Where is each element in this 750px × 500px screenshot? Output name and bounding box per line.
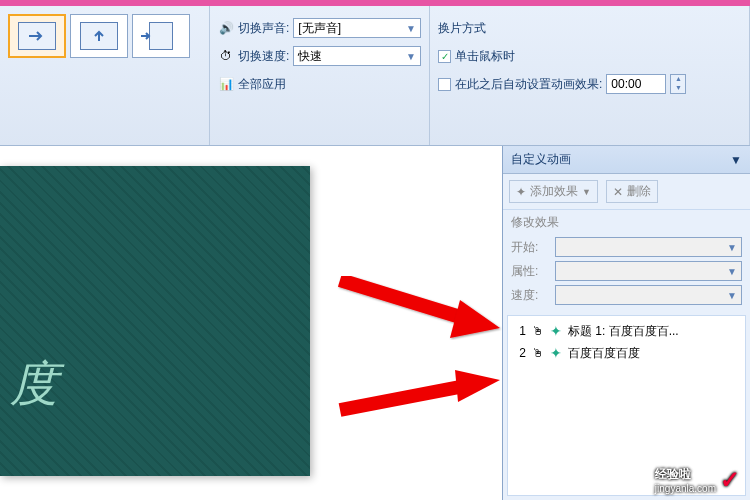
dropdown-arrow-icon: ▼ — [406, 51, 416, 62]
custom-animation-pane: 自定义动画 ▼ ✦ 添加效果 ▼ ✕ 删除 修改效果 开始: ▼ 属性: ▼ — [502, 146, 750, 500]
apply-all-button[interactable]: 全部应用 — [238, 76, 286, 93]
taskpane-menu-icon[interactable]: ▼ — [730, 153, 742, 167]
ribbon: 🔊 切换声音: [无声音] ▼ ⏱ 切换速度: 快速 ▼ 📊 全部应用 换片方式… — [0, 6, 750, 146]
transition-thumb-1[interactable] — [8, 14, 66, 58]
slide[interactable]: 度 — [0, 166, 310, 476]
sound-icon: 🔊 — [218, 20, 234, 36]
speed-icon: ⏱ — [218, 48, 234, 64]
add-effect-icon: ✦ — [516, 185, 526, 199]
watermark: 经验啦 jingyanla.com ✓ — [655, 466, 740, 494]
arrow-right-small-icon — [139, 29, 153, 43]
advance-title: 换片方式 — [438, 20, 486, 37]
effect-star-icon: ✦ — [550, 323, 562, 339]
sound-combo[interactable]: [无声音] ▼ — [293, 18, 421, 38]
mouse-trigger-icon: 🖱 — [532, 346, 544, 360]
animation-item[interactable]: 2 🖱 ✦ 百度百度百度 — [512, 342, 741, 364]
modify-effect-section: 修改效果 开始: ▼ 属性: ▼ 速度: ▼ — [503, 210, 750, 311]
time-spinner[interactable]: ▲▼ — [670, 74, 686, 94]
mouse-trigger-icon: 🖱 — [532, 324, 544, 338]
animation-item[interactable]: 1 🖱 ✦ 标题 1: 百度百度百... — [512, 320, 741, 342]
on-click-label: 单击鼠标时 — [455, 48, 515, 65]
transition-options-group: 🔊 切换声音: [无声音] ▼ ⏱ 切换速度: 快速 ▼ 📊 全部应用 — [210, 6, 430, 145]
on-click-checkbox[interactable]: ✓ — [438, 50, 451, 63]
anim-speed-label: 速度: — [511, 287, 551, 304]
dropdown-arrow-icon: ▼ — [582, 187, 591, 197]
transition-gallery-group — [0, 6, 210, 145]
remove-button[interactable]: ✕ 删除 — [606, 180, 658, 203]
animation-item-text: 百度百度百度 — [568, 345, 640, 362]
slide-canvas-area: 度 — [0, 146, 502, 500]
taskpane-title: 自定义动画 — [511, 151, 571, 168]
taskpane-toolbar: ✦ 添加效果 ▼ ✕ 删除 — [503, 174, 750, 210]
auto-after-checkbox[interactable] — [438, 78, 451, 91]
work-area: 度 自定义动画 ▼ ✦ 添加效果 ▼ ✕ 删除 修改效果 开始: ▼ — [0, 146, 750, 500]
auto-time-input[interactable]: 00:00 — [606, 74, 666, 94]
animation-item-text: 标题 1: 百度百度百... — [568, 323, 679, 340]
taskpane-title-bar: 自定义动画 ▼ — [503, 146, 750, 174]
arrow-right-icon — [27, 29, 47, 43]
start-combo[interactable]: ▼ — [555, 237, 742, 257]
modify-label: 修改效果 — [511, 214, 742, 231]
arrow-up-icon — [92, 29, 106, 43]
apply-all-icon: 📊 — [218, 76, 234, 92]
speed-combo[interactable]: 快速 ▼ — [293, 46, 421, 66]
slide-text: 度 — [10, 352, 58, 416]
transition-thumb-3[interactable] — [132, 14, 190, 58]
dropdown-arrow-icon: ▼ — [406, 23, 416, 34]
remove-icon: ✕ — [613, 185, 623, 199]
watermark-check-icon: ✓ — [720, 466, 740, 494]
sound-value: [无声音] — [298, 20, 341, 37]
property-combo[interactable]: ▼ — [555, 261, 742, 281]
speed-value: 快速 — [298, 48, 322, 65]
effect-star-icon: ✦ — [550, 345, 562, 361]
anim-speed-combo[interactable]: ▼ — [555, 285, 742, 305]
speed-label: 切换速度: — [238, 48, 289, 65]
start-label: 开始: — [511, 239, 551, 256]
advance-slide-group: 换片方式 ✓ 单击鼠标时 在此之后自动设置动画效果: 00:00 ▲▼ — [430, 6, 750, 145]
transition-thumb-2[interactable] — [70, 14, 128, 58]
sound-label: 切换声音: — [238, 20, 289, 37]
add-effect-button[interactable]: ✦ 添加效果 ▼ — [509, 180, 598, 203]
property-label: 属性: — [511, 263, 551, 280]
auto-after-label: 在此之后自动设置动画效果: — [455, 76, 602, 93]
